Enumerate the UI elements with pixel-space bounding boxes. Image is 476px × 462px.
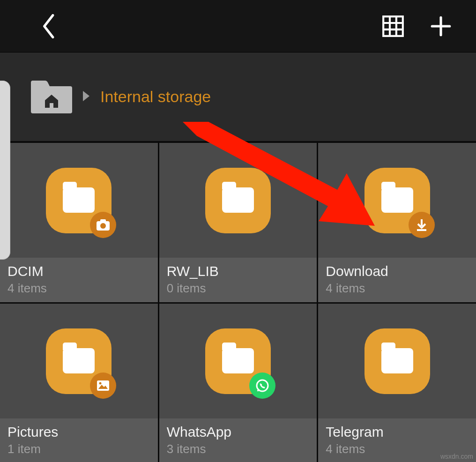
folder-rw-lib[interactable]: RW_LIB 0 items [159,143,317,302]
folder-count: 4 items [7,281,150,296]
whatsapp-icon [249,373,275,399]
folder-count: 4 items [326,281,469,296]
breadcrumb-current[interactable]: Internal storage [100,88,211,106]
folder-pictures[interactable]: Pictures 1 item [0,304,158,462]
home-folder-icon [29,79,74,115]
folder-count: 0 items [167,281,310,296]
view-grid-button[interactable] [377,10,409,43]
image-icon [90,373,116,399]
folder-telegram[interactable]: Telegram 4 items [318,304,476,462]
back-button[interactable] [33,10,66,43]
grid-icon [381,15,405,38]
folder-icon [318,143,476,258]
folder-icon [159,143,317,258]
breadcrumb-home[interactable] [28,78,75,116]
svg-rect-13 [97,380,109,391]
drawer-handle[interactable] [0,81,10,260]
watermark: wsxdn.com [440,453,473,460]
folder-icon [318,304,476,418]
add-button[interactable] [424,10,457,43]
folder-name: Telegram [326,424,469,440]
folder-icon [159,304,317,418]
folder-count: 1 item [7,442,150,456]
folder-whatsapp[interactable]: WhatsApp 3 items [159,304,317,462]
folder-name: Download [326,263,469,279]
folder-download[interactable]: Download 4 items [318,143,476,302]
folder-dcim[interactable]: DCIM 4 items [0,143,158,302]
svg-marker-7 [83,91,89,101]
svg-point-10 [100,223,106,229]
chevron-left-icon [41,14,57,38]
folder-icon [0,143,158,258]
download-icon [409,212,435,238]
plus-icon [429,15,453,38]
toolbar [0,0,476,52]
folder-name: DCIM [7,263,150,279]
folder-name: RW_LIB [167,263,310,279]
breadcrumb: Internal storage [0,52,476,142]
folder-grid: DCIM 4 items RW_LIB 0 items Download 4 i… [0,142,476,462]
camera-icon [90,212,116,238]
folder-name: WhatsApp [167,424,310,440]
svg-rect-0 [383,16,403,36]
folder-icon [0,304,158,418]
breadcrumb-separator-icon [82,90,91,104]
svg-rect-9 [100,219,106,222]
folder-name: Pictures [7,424,150,440]
svg-point-15 [99,382,102,384]
folder-count: 3 items [167,442,310,456]
